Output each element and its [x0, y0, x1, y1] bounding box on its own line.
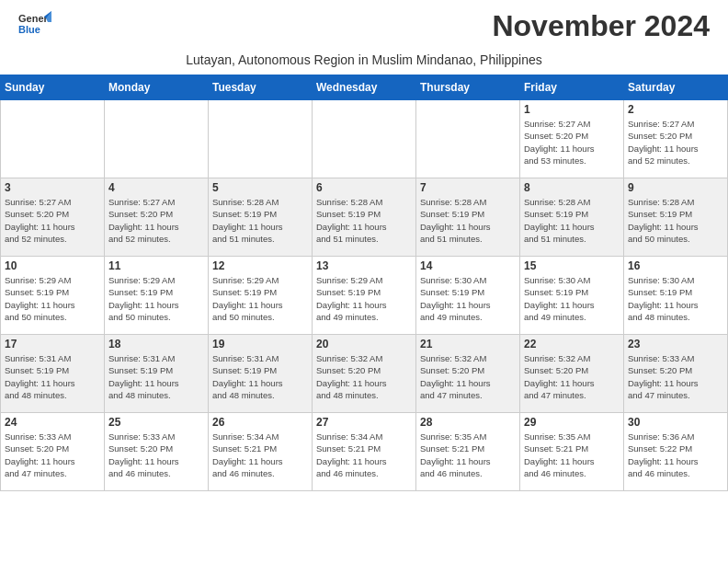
- week-row-3: 10Sunrise: 5:29 AM Sunset: 5:19 PM Dayli…: [1, 257, 728, 335]
- day-info: Sunrise: 5:32 AM Sunset: 5:20 PM Dayligh…: [420, 352, 516, 401]
- logo: General Blue: [18, 9, 51, 46]
- day-info: Sunrise: 5:29 AM Sunset: 5:19 PM Dayligh…: [5, 274, 100, 323]
- day-number: 7: [420, 181, 516, 194]
- calendar-cell: 24Sunrise: 5:33 AM Sunset: 5:20 PM Dayli…: [1, 413, 105, 491]
- day-number: 28: [420, 416, 516, 429]
- day-info: Sunrise: 5:27 AM Sunset: 5:20 PM Dayligh…: [524, 118, 620, 167]
- calendar-cell: 22Sunrise: 5:32 AM Sunset: 5:20 PM Dayli…: [520, 335, 624, 413]
- calendar-cell: 29Sunrise: 5:35 AM Sunset: 5:21 PM Dayli…: [520, 413, 624, 491]
- calendar-cell: 16Sunrise: 5:30 AM Sunset: 5:19 PM Dayli…: [624, 257, 728, 335]
- calendar-cell: 30Sunrise: 5:36 AM Sunset: 5:22 PM Dayli…: [624, 413, 728, 491]
- day-info: Sunrise: 5:31 AM Sunset: 5:19 PM Dayligh…: [212, 352, 308, 401]
- day-number: 11: [108, 259, 204, 272]
- day-number: 6: [316, 181, 412, 194]
- calendar-header-tuesday: Tuesday: [209, 75, 313, 100]
- calendar-cell: 19Sunrise: 5:31 AM Sunset: 5:19 PM Dayli…: [209, 335, 313, 413]
- calendar-cell: 5Sunrise: 5:28 AM Sunset: 5:19 PM Daylig…: [209, 178, 313, 257]
- day-number: 13: [316, 259, 412, 272]
- calendar-header-sunday: Sunday: [1, 75, 105, 100]
- calendar-cell: 15Sunrise: 5:30 AM Sunset: 5:19 PM Dayli…: [520, 257, 624, 335]
- calendar-header-thursday: Thursday: [416, 75, 520, 100]
- calendar-header-saturday: Saturday: [624, 75, 728, 100]
- calendar-cell: 23Sunrise: 5:33 AM Sunset: 5:20 PM Dayli…: [624, 335, 728, 413]
- week-row-1: 1Sunrise: 5:27 AM Sunset: 5:20 PM Daylig…: [1, 100, 728, 178]
- day-info: Sunrise: 5:30 AM Sunset: 5:19 PM Dayligh…: [420, 274, 516, 323]
- calendar-header-row: SundayMondayTuesdayWednesdayThursdayFrid…: [1, 75, 728, 100]
- calendar-cell: [416, 100, 520, 178]
- calendar-header-friday: Friday: [520, 75, 624, 100]
- day-info: Sunrise: 5:35 AM Sunset: 5:21 PM Dayligh…: [524, 431, 620, 479]
- day-info: Sunrise: 5:30 AM Sunset: 5:19 PM Dayligh…: [628, 274, 723, 323]
- day-number: 26: [212, 416, 308, 429]
- calendar-cell: 25Sunrise: 5:33 AM Sunset: 5:20 PM Dayli…: [105, 413, 209, 491]
- day-number: 18: [108, 338, 204, 350]
- calendar-cell: [209, 100, 313, 178]
- calendar-cell: 20Sunrise: 5:32 AM Sunset: 5:20 PM Dayli…: [313, 335, 416, 413]
- day-info: Sunrise: 5:33 AM Sunset: 5:20 PM Dayligh…: [5, 431, 100, 479]
- calendar-cell: 18Sunrise: 5:31 AM Sunset: 5:19 PM Dayli…: [105, 335, 209, 413]
- calendar-cell: 2Sunrise: 5:27 AM Sunset: 5:20 PM Daylig…: [624, 100, 728, 178]
- day-number: 12: [212, 259, 308, 272]
- calendar-cell: 9Sunrise: 5:28 AM Sunset: 5:19 PM Daylig…: [624, 178, 728, 257]
- day-info: Sunrise: 5:28 AM Sunset: 5:19 PM Dayligh…: [524, 196, 620, 245]
- day-number: 3: [5, 181, 100, 194]
- week-row-5: 24Sunrise: 5:33 AM Sunset: 5:20 PM Dayli…: [1, 413, 728, 491]
- day-number: 15: [524, 259, 620, 272]
- day-number: 19: [212, 338, 308, 350]
- calendar-cell: [313, 100, 416, 178]
- day-info: Sunrise: 5:36 AM Sunset: 5:22 PM Dayligh…: [628, 431, 723, 479]
- day-info: Sunrise: 5:27 AM Sunset: 5:20 PM Dayligh…: [5, 196, 100, 245]
- day-info: Sunrise: 5:27 AM Sunset: 5:20 PM Dayligh…: [628, 118, 723, 167]
- day-info: Sunrise: 5:28 AM Sunset: 5:19 PM Dayligh…: [420, 196, 516, 245]
- day-number: 4: [108, 181, 204, 194]
- calendar-cell: 3Sunrise: 5:27 AM Sunset: 5:20 PM Daylig…: [1, 178, 105, 257]
- day-number: 2: [628, 103, 723, 116]
- day-number: 22: [524, 338, 620, 350]
- calendar-cell: 4Sunrise: 5:27 AM Sunset: 5:20 PM Daylig…: [105, 178, 209, 257]
- calendar-cell: 1Sunrise: 5:27 AM Sunset: 5:20 PM Daylig…: [520, 100, 624, 178]
- calendar-cell: 13Sunrise: 5:29 AM Sunset: 5:19 PM Dayli…: [313, 257, 416, 335]
- calendar-cell: 8Sunrise: 5:28 AM Sunset: 5:19 PM Daylig…: [520, 178, 624, 257]
- calendar-cell: 10Sunrise: 5:29 AM Sunset: 5:19 PM Dayli…: [1, 257, 105, 335]
- calendar-cell: 7Sunrise: 5:28 AM Sunset: 5:19 PM Daylig…: [416, 178, 520, 257]
- day-number: 1: [524, 103, 620, 116]
- day-info: Sunrise: 5:32 AM Sunset: 5:20 PM Dayligh…: [524, 352, 620, 401]
- day-info: Sunrise: 5:30 AM Sunset: 5:19 PM Dayligh…: [524, 274, 620, 323]
- calendar-header-monday: Monday: [105, 75, 209, 100]
- logo-icon: General Blue: [18, 9, 51, 46]
- calendar-cell: 6Sunrise: 5:28 AM Sunset: 5:19 PM Daylig…: [313, 178, 416, 257]
- day-info: Sunrise: 5:31 AM Sunset: 5:19 PM Dayligh…: [5, 352, 100, 401]
- calendar-cell: 28Sunrise: 5:35 AM Sunset: 5:21 PM Dayli…: [416, 413, 520, 491]
- day-info: Sunrise: 5:29 AM Sunset: 5:19 PM Dayligh…: [316, 274, 412, 323]
- day-number: 25: [108, 416, 204, 429]
- day-info: Sunrise: 5:28 AM Sunset: 5:19 PM Dayligh…: [212, 196, 308, 245]
- day-number: 5: [212, 181, 308, 194]
- month-title: November 2024: [492, 9, 710, 43]
- day-info: Sunrise: 5:28 AM Sunset: 5:19 PM Dayligh…: [316, 196, 412, 245]
- calendar-table: SundayMondayTuesdayWednesdayThursdayFrid…: [0, 75, 728, 491]
- calendar-cell: 12Sunrise: 5:29 AM Sunset: 5:19 PM Dayli…: [209, 257, 313, 335]
- calendar-cell: 17Sunrise: 5:31 AM Sunset: 5:19 PM Dayli…: [1, 335, 105, 413]
- day-number: 24: [5, 416, 100, 429]
- day-number: 30: [628, 416, 723, 429]
- day-info: Sunrise: 5:34 AM Sunset: 5:21 PM Dayligh…: [316, 431, 412, 479]
- day-number: 8: [524, 181, 620, 194]
- day-info: Sunrise: 5:29 AM Sunset: 5:19 PM Dayligh…: [108, 274, 204, 323]
- calendar-cell: 27Sunrise: 5:34 AM Sunset: 5:21 PM Dayli…: [313, 413, 416, 491]
- day-info: Sunrise: 5:34 AM Sunset: 5:21 PM Dayligh…: [212, 431, 308, 479]
- calendar-header-wednesday: Wednesday: [313, 75, 416, 100]
- day-number: 17: [5, 338, 100, 350]
- day-info: Sunrise: 5:31 AM Sunset: 5:19 PM Dayligh…: [108, 352, 204, 401]
- day-number: 23: [628, 338, 723, 350]
- day-number: 16: [628, 259, 723, 272]
- day-number: 29: [524, 416, 620, 429]
- day-number: 20: [316, 338, 412, 350]
- calendar-cell: [1, 100, 105, 178]
- day-number: 21: [420, 338, 516, 350]
- location-subtitle: Lutayan, Autonomous Region in Muslim Min…: [0, 51, 728, 75]
- day-info: Sunrise: 5:28 AM Sunset: 5:19 PM Dayligh…: [628, 196, 723, 245]
- week-row-2: 3Sunrise: 5:27 AM Sunset: 5:20 PM Daylig…: [1, 178, 728, 257]
- week-row-4: 17Sunrise: 5:31 AM Sunset: 5:19 PM Dayli…: [1, 335, 728, 413]
- day-info: Sunrise: 5:29 AM Sunset: 5:19 PM Dayligh…: [212, 274, 308, 323]
- day-number: 10: [5, 259, 100, 272]
